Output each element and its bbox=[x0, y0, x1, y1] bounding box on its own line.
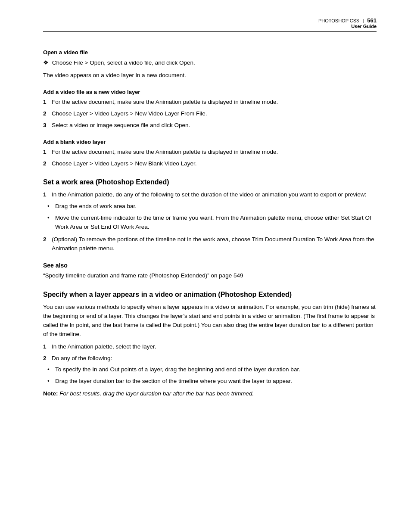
specify-layer-step-2-text: Do any of the following: bbox=[52, 354, 112, 363]
section-specify-layer: Specify when a layer appears in a video … bbox=[43, 291, 377, 398]
section-heading-add-video-file: Add a video file as a new video layer bbox=[43, 89, 377, 95]
header-right: PHOTOSHOP CS3 | 561 bbox=[318, 17, 377, 24]
open-video-result: The video appears on a video layer in a … bbox=[43, 71, 377, 80]
step-number: 2 bbox=[43, 235, 49, 253]
header-page-number: 561 bbox=[367, 17, 377, 24]
see-also-heading: See also bbox=[43, 262, 377, 269]
specify-layer-bullet-2-text: Drag the layer duration bar to the secti… bbox=[55, 377, 292, 386]
add-video-step-2-text: Choose Layer > Video Layers > New Video … bbox=[52, 109, 207, 118]
section-open-video-file: Open a video file ❖ Choose File > Open, … bbox=[43, 49, 377, 80]
work-area-bullet-1: • Drag the ends of work area bar. bbox=[43, 202, 377, 211]
work-area-bullet-1-text: Drag the ends of work area bar. bbox=[55, 202, 137, 211]
work-area-bullet-2-text: Move the current-time indicator to the t… bbox=[55, 214, 377, 232]
page-container: PHOTOSHOP CS3 | 561 User Guide Open a vi… bbox=[0, 0, 411, 532]
work-area-step-1-text: In the Animation palette, do any of the … bbox=[52, 190, 366, 199]
work-area-step-1: 1 In the Animation palette, do any of th… bbox=[43, 190, 377, 199]
specify-layer-bullet-2: • Drag the layer duration bar to the sec… bbox=[43, 377, 377, 386]
bullet-icon: • bbox=[47, 365, 52, 374]
section-set-work-area: Set a work area (Photoshop Extended) 1 I… bbox=[43, 178, 377, 280]
blank-video-step-1: 1 For the active document, make sure the… bbox=[43, 148, 377, 157]
open-video-bullet-text: Choose File > Open, select a video file,… bbox=[52, 59, 195, 66]
blank-video-step-1-text: For the active document, make sure the A… bbox=[52, 148, 278, 157]
bullet-icon: • bbox=[47, 202, 52, 211]
note-text: Note: For best results, drag the layer d… bbox=[43, 389, 377, 398]
specify-layer-step-1: 1 In the Animation palette, select the l… bbox=[43, 342, 377, 352]
add-video-step-3-text: Select a video or image sequence file an… bbox=[52, 121, 190, 130]
specify-layer-bullet-1: • To specify the In and Out points of a … bbox=[43, 365, 377, 374]
major-heading-set-work-area: Set a work area (Photoshop Extended) bbox=[43, 178, 377, 186]
diamond-icon: ❖ bbox=[43, 59, 49, 66]
work-area-step-2-text: (Optional) To remove the portions of the… bbox=[52, 235, 377, 253]
specify-layer-step-1-text: In the Animation palette, select the lay… bbox=[52, 342, 156, 352]
header-product: PHOTOSHOP CS3 bbox=[318, 18, 359, 23]
add-video-step-2: 2 Choose Layer > Video Layers > New Vide… bbox=[43, 109, 377, 118]
step-number: 2 bbox=[43, 109, 49, 118]
add-video-step-1-text: For the active document, make sure the A… bbox=[52, 98, 278, 107]
step-number: 1 bbox=[43, 342, 49, 352]
add-video-step-3: 3 Select a video or image sequence file … bbox=[43, 121, 377, 130]
step-number: 3 bbox=[43, 121, 49, 130]
add-video-step-1: 1 For the active document, make sure the… bbox=[43, 98, 377, 107]
work-area-bullet-2: • Move the current-time indicator to the… bbox=[43, 214, 377, 232]
header-guide-label: User Guide bbox=[351, 24, 377, 29]
section-add-blank-video: Add a blank video layer 1 For the active… bbox=[43, 139, 377, 168]
section-heading-open-video: Open a video file bbox=[43, 49, 377, 56]
step-number: 1 bbox=[43, 190, 49, 199]
specify-layer-intro: You can use various methods to specify w… bbox=[43, 303, 377, 339]
specify-layer-step-2: 2 Do any of the following: bbox=[43, 354, 377, 363]
blank-video-step-2-text: Choose Layer > Video Layers > New Blank … bbox=[52, 159, 196, 168]
step-number: 2 bbox=[43, 159, 49, 168]
page-content: Open a video file ❖ Choose File > Open, … bbox=[43, 45, 377, 398]
bullet-icon: • bbox=[47, 377, 52, 386]
step-number: 1 bbox=[43, 148, 49, 157]
step-number: 1 bbox=[43, 98, 49, 107]
open-video-bullet: ❖ Choose File > Open, select a video fil… bbox=[43, 58, 377, 68]
note-content: For best results, drag the layer duratio… bbox=[59, 390, 254, 397]
step-number: 2 bbox=[43, 354, 49, 363]
work-area-step-2: 2 (Optional) To remove the portions of t… bbox=[43, 235, 377, 253]
bullet-icon: • bbox=[47, 214, 52, 232]
header-divider: | bbox=[362, 18, 364, 23]
section-heading-add-blank-video: Add a blank video layer bbox=[43, 139, 377, 145]
major-heading-specify-layer: Specify when a layer appears in a video … bbox=[43, 291, 377, 299]
page-header: PHOTOSHOP CS3 | 561 User Guide bbox=[43, 17, 377, 32]
see-also-text: “Specify timeline duration and frame rat… bbox=[43, 271, 377, 280]
see-also-section: See also “Specify timeline duration and … bbox=[43, 262, 377, 280]
specify-layer-bullet-1-text: To specify the In and Out points of a la… bbox=[55, 365, 300, 374]
section-add-video-file: Add a video file as a new video layer 1 … bbox=[43, 89, 377, 130]
blank-video-step-2: 2 Choose Layer > Video Layers > New Blan… bbox=[43, 159, 377, 168]
